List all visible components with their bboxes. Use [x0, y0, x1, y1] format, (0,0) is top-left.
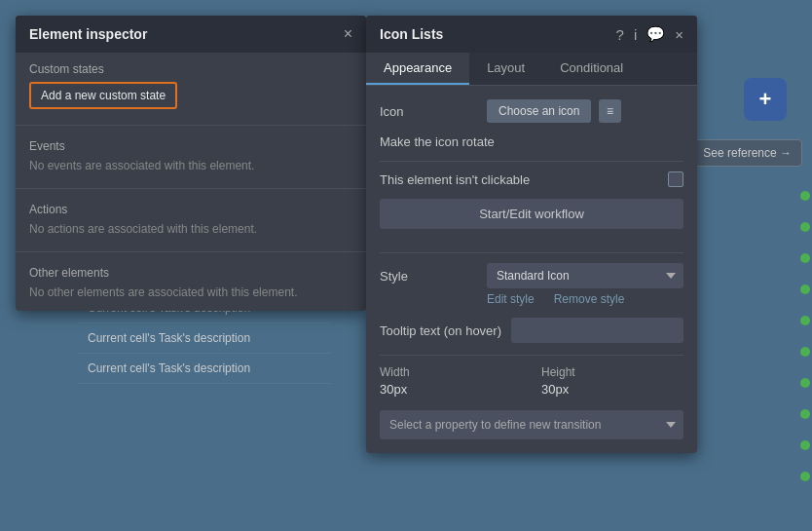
green-dot-2 — [800, 222, 810, 232]
height-group: Height 30px — [541, 365, 683, 397]
icon-panel-title: Icon Lists — [380, 26, 443, 42]
green-dot-5 — [800, 316, 810, 325]
width-label: Width — [380, 365, 522, 379]
panel-content: Icon Choose an icon ≡ Make the icon rota… — [366, 86, 697, 453]
tooltip-input[interactable] — [511, 318, 683, 343]
header-icons: ? i 💬 × — [616, 25, 683, 43]
inspector-header: Element inspector × — [16, 16, 366, 53]
icon-panel-header: Icon Lists ? i 💬 × — [366, 16, 697, 53]
actions-section: Actions No actions are associated with t… — [16, 193, 366, 247]
icon-field-row: Icon Choose an icon ≡ — [380, 99, 683, 123]
actions-empty-text: No actions are associated with this elem… — [29, 222, 352, 244]
make-rotate-row: Make the icon rotate — [380, 134, 683, 149]
custom-states-section: Custom states Add a new custom state — [16, 53, 366, 121]
events-label: Events — [29, 139, 352, 153]
remove-style-link[interactable]: Remove style — [554, 292, 625, 306]
green-dot-7 — [800, 378, 810, 388]
info-icon[interactable]: i — [634, 26, 637, 43]
events-section: Events No events are associated with thi… — [16, 130, 366, 184]
green-dot-3 — [800, 253, 810, 263]
width-value: 30px — [380, 382, 522, 397]
separator-3 — [380, 355, 683, 356]
green-dot-8 — [800, 409, 810, 419]
style-row: Style Standard Icon — [380, 263, 683, 288]
height-label: Height — [541, 365, 683, 379]
workflow-button[interactable]: Start/Edit workflow — [380, 199, 683, 229]
other-elements-label: Other elements — [29, 266, 352, 280]
list-item: Current cell's Task's description — [78, 323, 331, 354]
tab-conditional[interactable]: Conditional — [542, 53, 641, 85]
tooltip-field-value — [511, 318, 683, 343]
green-dot-1 — [800, 191, 810, 201]
green-dot-9 — [800, 440, 810, 450]
not-clickable-checkbox[interactable] — [668, 171, 683, 187]
add-custom-state-button[interactable]: Add a new custom state — [29, 82, 177, 109]
tooltip-label: Tooltip text (on hover) — [380, 323, 501, 338]
inspector-panel: Element inspector × Custom states Add a … — [16, 16, 366, 311]
not-clickable-row: This element isn't clickable — [380, 171, 683, 187]
divider-3 — [16, 251, 366, 252]
custom-states-label: Custom states — [29, 62, 352, 76]
wh-row: Width 30px Height 30px — [380, 365, 683, 397]
tab-layout[interactable]: Layout — [469, 53, 542, 85]
height-value: 30px — [541, 382, 683, 397]
make-rotate-label: Make the icon rotate — [380, 134, 495, 149]
tooltip-field-row: Tooltip text (on hover) — [380, 318, 683, 343]
add-button[interactable]: + — [744, 78, 787, 121]
see-reference-label: See reference → — [703, 146, 792, 160]
divider-1 — [16, 125, 366, 126]
events-empty-text: No events are associated with this eleme… — [29, 159, 352, 180]
inspector-close-button[interactable]: × — [344, 25, 352, 43]
separator-1 — [380, 161, 683, 162]
other-elements-empty-text: No other elements are associated with th… — [29, 285, 352, 307]
green-dot-4 — [800, 284, 810, 294]
transition-select[interactable]: Select a property to define new transiti… — [380, 410, 683, 439]
style-select[interactable]: Standard Icon — [487, 263, 683, 288]
separator-2 — [380, 252, 683, 253]
list-item: Current cell's Task's description — [78, 354, 331, 384]
list-icon-button[interactable]: ≡ — [599, 99, 621, 123]
icon-field-label: Icon — [380, 104, 477, 119]
help-icon[interactable]: ? — [616, 26, 624, 43]
width-group: Width 30px — [380, 365, 522, 397]
not-clickable-label: This element isn't clickable — [380, 172, 530, 187]
tab-appearance[interactable]: Appearance — [366, 53, 469, 85]
green-dot-10 — [800, 472, 810, 481]
style-label: Style — [380, 269, 477, 284]
actions-label: Actions — [29, 203, 352, 216]
edit-style-link[interactable]: Edit style — [487, 292, 535, 306]
tabs: Appearance Layout Conditional — [366, 53, 697, 86]
icon-field-value: Choose an icon ≡ — [487, 99, 683, 123]
divider-2 — [16, 188, 366, 189]
style-links: Edit style Remove style — [380, 292, 683, 306]
green-dot-6 — [800, 347, 810, 357]
inspector-title: Element inspector — [29, 26, 147, 42]
choose-icon-button[interactable]: Choose an icon — [487, 99, 591, 123]
chat-icon[interactable]: 💬 — [646, 25, 665, 43]
icon-panel-close-button[interactable]: × — [675, 26, 683, 43]
other-elements-section: Other elements No other elements are ass… — [16, 256, 366, 311]
icon-panel: Icon Lists ? i 💬 × Appearance Layout Con… — [366, 16, 697, 453]
